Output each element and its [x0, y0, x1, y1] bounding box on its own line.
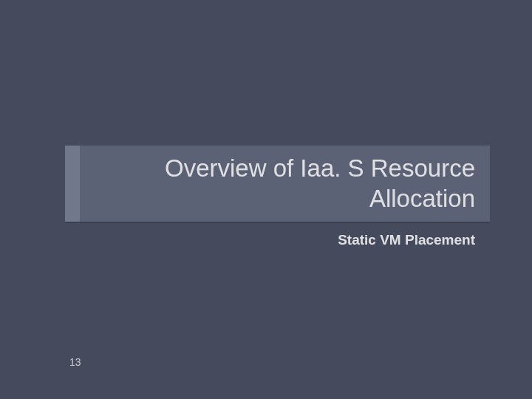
slide-title: Overview of Iaa. S Resource Allocation	[91, 153, 475, 214]
title-block: Overview of Iaa. S Resource Allocation S…	[65, 146, 490, 248]
accent-bar	[65, 146, 80, 222]
slide-subtitle: Static VM Placement	[65, 223, 490, 248]
page-number: 13	[69, 356, 81, 368]
title-content: Overview of Iaa. S Resource Allocation	[80, 146, 490, 222]
title-bar: Overview of Iaa. S Resource Allocation	[65, 146, 490, 223]
